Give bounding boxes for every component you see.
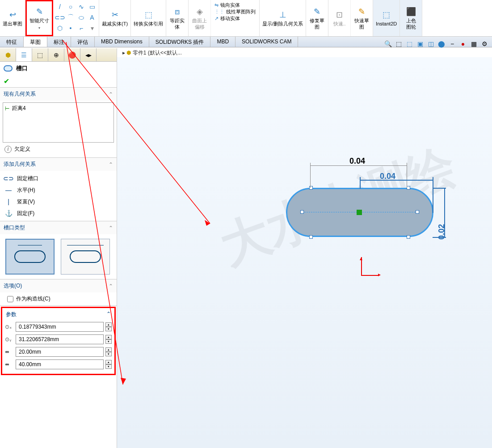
mirror-button[interactable]: ⇋镜向实体 (214, 2, 256, 8)
display-style-icon[interactable]: ▣ (416, 40, 424, 48)
circle-tool[interactable]: ○ (66, 2, 76, 12)
mirror-icon: ⇋ (214, 2, 219, 8)
param-y-input[interactable] (16, 334, 104, 344)
relations-list[interactable]: ⊢ 距离4 (3, 102, 114, 143)
slot-type-1[interactable] (5, 239, 55, 275)
cube-icon: ⬚ (143, 9, 154, 20)
tab-annotate[interactable]: 标注 (47, 37, 71, 47)
spline-tool[interactable]: ∿ (76, 2, 86, 12)
show-relations-button[interactable]: ⊥ 显示/删除几何关系 (260, 0, 306, 36)
status-row: i 欠定义 (3, 143, 114, 156)
tab-sw-plugin[interactable]: SOLIDWORKS 插件 (149, 37, 211, 47)
point-tool[interactable]: • (66, 23, 76, 33)
more-tool[interactable]: ▾ (87, 23, 97, 33)
text-tool[interactable]: A (87, 13, 97, 22)
fillet-tool[interactable]: ⌐ (76, 23, 86, 33)
slot-tool[interactable]: ⊂⊃ (55, 13, 65, 22)
expand-icon[interactable]: ▸ (122, 50, 125, 56)
construction-checkbox-row[interactable]: 作为构造线(C) (0, 292, 117, 305)
repair-button[interactable]: ✎ 修复草 图 (306, 0, 328, 36)
move-button[interactable]: ↗移动实体 (214, 15, 256, 22)
appearance-icon[interactable]: ● (459, 40, 467, 48)
part-name[interactable]: 零件1 (默认<<默认... (133, 50, 182, 56)
panel-tab-more[interactable]: ◂▸ (80, 48, 97, 61)
rect-tool[interactable]: ▭ (87, 2, 97, 12)
param-l-icon: ⬌ (5, 361, 14, 368)
handle-tr[interactable] (407, 186, 410, 190)
slot-type-header[interactable]: 槽口类型 ⌃ (0, 221, 117, 234)
graphics-area[interactable]: 大水牛测绘 (117, 57, 492, 448)
exit-sketch-button[interactable]: ↩ 退出草图 (0, 0, 25, 36)
line-tool[interactable]: / (55, 2, 65, 12)
zoom-fit-icon[interactable]: 🔍 (384, 40, 392, 48)
convert-button[interactable]: ⬚ 转换实体引用 (131, 0, 166, 36)
handle-r[interactable] (416, 210, 419, 214)
tab-sw-cam[interactable]: SOLIDWORKS CAM (235, 37, 298, 47)
relation-item[interactable]: ⊢ 距离4 (5, 105, 112, 112)
panel-tab-display[interactable]: ⊕ (48, 48, 64, 61)
tab-mbd[interactable]: MBD (210, 37, 235, 47)
spinner-x[interactable]: ▴▾ (105, 322, 112, 331)
param-w-input[interactable] (16, 347, 104, 357)
tab-evaluate[interactable]: 评估 (71, 37, 95, 47)
accept-button[interactable]: ✔ (0, 75, 117, 87)
handle-bl[interactable] (309, 235, 313, 239)
settings-icon[interactable]: ⚙ (480, 40, 488, 48)
polygon-tool[interactable]: ⬡ (55, 23, 65, 33)
dim1-value[interactable]: 0.04 (349, 156, 365, 166)
fix-slot-icon: ⊂⊃ (4, 174, 13, 182)
surface-offset-button: ◈ 曲面上 偏移 (189, 0, 211, 36)
tab-mbd-dim[interactable]: MBD Dimensions (95, 37, 149, 47)
fix-button[interactable]: ⚓固定(F) (3, 207, 114, 219)
param-y-icon: ⊙ᵧ (5, 336, 14, 342)
dim3-value[interactable]: 0.02 (437, 224, 446, 240)
panel-tab-property[interactable]: ☰ (16, 48, 32, 61)
param-x-input[interactable] (16, 322, 104, 332)
spinner-l[interactable]: ▴▾ (105, 360, 112, 369)
chevron-up-icon: ⌃ (109, 161, 113, 168)
slot-type-2[interactable] (61, 239, 110, 275)
dim2-value[interactable]: 0.04 (380, 172, 395, 181)
tab-feature[interactable]: 特征 (0, 37, 24, 47)
fix-slot-button[interactable]: ⊂⊃固定槽口 (3, 173, 114, 184)
panel-tab-config[interactable]: ⬚ (32, 48, 48, 61)
hide-show-icon[interactable]: − (448, 40, 456, 48)
smart-dimension-label: 智能尺寸 (29, 18, 49, 24)
options-header[interactable]: 选项(O) ⌃ (0, 279, 117, 292)
mirror-label: 镜向实体 (220, 2, 240, 8)
horizontal-button[interactable]: —水平(H) (3, 184, 114, 196)
shading-button[interactable]: ⬛ 上色 图轮 (400, 0, 422, 36)
panel-tab-appearance[interactable]: 🔴 (64, 48, 80, 61)
param-l-input[interactable] (16, 359, 104, 369)
scene-icon[interactable]: ⬤ (437, 40, 446, 48)
params-header[interactable]: 参数 ⌃ (4, 310, 113, 319)
scissors-icon: ✂ (109, 9, 120, 20)
offset-button[interactable]: ⧈ 等距实 体 (166, 0, 189, 36)
quick-sketch-button[interactable]: ✎ 快速草 图 (351, 0, 373, 36)
linear-pattern-button[interactable]: ⋮⋮线性草图阵列 (214, 8, 256, 15)
vertical-button[interactable]: |竖直(V) (3, 196, 114, 207)
section-view-icon[interactable]: ◫ (427, 40, 435, 48)
construction-checkbox[interactable] (7, 296, 13, 302)
trim-button[interactable]: ✂ 裁减实体(T) (99, 0, 131, 36)
render-icon[interactable]: ▦ (470, 40, 478, 48)
shading-icon: ⬛ (406, 6, 416, 17)
instant2d-button[interactable]: ⬚ Instant2D (373, 0, 400, 36)
slot-center-point[interactable] (357, 210, 362, 215)
spinner-y[interactable]: ▴▾ (105, 335, 112, 344)
handle-l[interactable] (300, 210, 304, 214)
view-orient-icon[interactable]: ⬚ (405, 40, 413, 48)
panel-tab-feature[interactable]: ⬢ (0, 48, 16, 61)
fix-slot-label: 固定槽口 (17, 175, 38, 182)
arc-tool[interactable]: ⌒ (66, 13, 76, 22)
add-relations-header[interactable]: 添加几何关系 ⌃ (0, 158, 117, 171)
smart-dimension-button[interactable]: ✎ 智能尺寸 ▾ (25, 0, 53, 36)
options-section: 选项(O) ⌃ 作为构造线(C) (0, 279, 117, 305)
slot-shape[interactable] (286, 188, 433, 237)
tab-sketch[interactable]: 草图 (24, 37, 47, 47)
ellipse-tool[interactable]: ⬭ (76, 13, 86, 22)
zoom-area-icon[interactable]: ⬚ (395, 40, 403, 48)
handle-br[interactable] (407, 235, 410, 239)
spinner-w[interactable]: ▴▾ (105, 347, 112, 356)
existing-relations-header[interactable]: 现有几何关系 ⌃ (0, 88, 117, 101)
